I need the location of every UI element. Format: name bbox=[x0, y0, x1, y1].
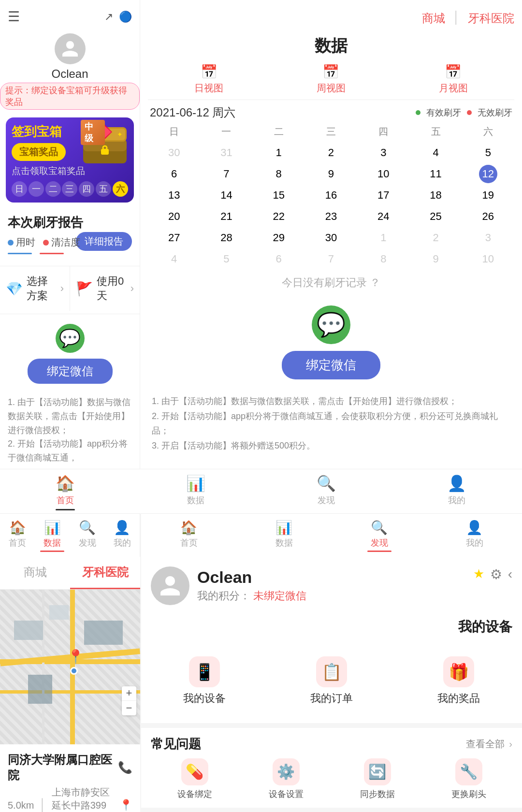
hospital-map-pin-0[interactable]: 📍 bbox=[119, 799, 132, 812]
cal-day-w3-4[interactable]: 24 bbox=[374, 207, 392, 226]
cal-day-w0-4[interactable]: 3 bbox=[374, 144, 392, 162]
tab-day[interactable]: 📅 日视图 bbox=[194, 64, 223, 95]
faq-view-all[interactable]: 查看全部 › bbox=[466, 738, 512, 751]
nav-item-discover[interactable]: 🔍 发现 bbox=[261, 474, 392, 510]
cal-day-w2-1[interactable]: 14 bbox=[217, 186, 235, 204]
cal-day-w3-1[interactable]: 21 bbox=[217, 207, 235, 226]
cal-day-w5-4[interactable]: 8 bbox=[374, 250, 392, 268]
cal-day-w4-4[interactable]: 1 bbox=[374, 229, 392, 247]
cal-day-w0-3[interactable]: 2 bbox=[322, 144, 340, 162]
bluetooth-icon[interactable]: 🔵 bbox=[119, 11, 132, 23]
cal-day-w5-0[interactable]: 4 bbox=[165, 250, 183, 268]
cal-day-w0-1[interactable]: 31 bbox=[217, 144, 235, 162]
data-nav-data[interactable]: 📊 数据 bbox=[35, 518, 70, 554]
cal-day-w4-5[interactable]: 2 bbox=[427, 229, 445, 247]
dental-link[interactable]: 牙科医院 bbox=[468, 11, 514, 26]
tab-week[interactable]: 📅 周视图 bbox=[317, 64, 346, 95]
weekday-fri[interactable]: 五 bbox=[96, 181, 111, 197]
cal-day-w0-5[interactable]: 4 bbox=[427, 144, 445, 162]
cal-day-w1-5[interactable]: 11 bbox=[427, 165, 445, 183]
disc-nav-home[interactable]: 🏠 首页 bbox=[141, 518, 236, 554]
cal-day-w5-5[interactable]: 9 bbox=[427, 250, 445, 268]
cal-day-w3-3[interactable]: 23 bbox=[322, 207, 340, 226]
cal-day-w4-1[interactable]: 28 bbox=[217, 229, 235, 247]
cal-day-w3-5[interactable]: 25 bbox=[427, 207, 445, 226]
cal-day-w2-6[interactable]: 19 bbox=[479, 186, 497, 204]
disc-nav-discover[interactable]: 🔍 发现 bbox=[332, 518, 427, 554]
cal-day-w0-0[interactable]: 30 bbox=[165, 144, 183, 162]
cal-day-w1-3[interactable]: 9 bbox=[322, 165, 340, 183]
cal-day-w0-2[interactable]: 1 bbox=[270, 144, 288, 162]
cal-day-w3-0[interactable]: 20 bbox=[165, 207, 183, 226]
cal-day-w5-3[interactable]: 7 bbox=[322, 250, 340, 268]
cal-day-w1-1[interactable]: 7 bbox=[217, 165, 235, 183]
hospital-phone-0[interactable]: 📞 bbox=[118, 761, 132, 774]
data-nav-discover[interactable]: 🔍 发现 bbox=[70, 518, 105, 554]
favorite-star-icon[interactable]: ★ bbox=[473, 566, 484, 582]
cal-day-w1-0[interactable]: 6 bbox=[165, 165, 183, 183]
weekday-tue[interactable]: 二 bbox=[45, 181, 61, 197]
treasure-reward-btn[interactable]: 宝箱奖品 bbox=[12, 143, 66, 161]
weekday-sat[interactable]: 六 bbox=[113, 181, 128, 197]
map-zoom-out[interactable]: − bbox=[122, 701, 136, 715]
settings-gear-icon[interactable]: ⚙ bbox=[490, 566, 502, 582]
cal-day-w2-4[interactable]: 17 bbox=[374, 186, 392, 204]
action-my-reward[interactable]: 🎁 我的奖品 bbox=[395, 649, 522, 713]
faq-item-2[interactable]: 🔄 同步数据 bbox=[334, 758, 421, 800]
cal-day-w4-2[interactable]: 29 bbox=[270, 229, 288, 247]
cal-day-w1-6-today[interactable]: 12 bbox=[479, 165, 497, 183]
share-icon[interactable]: ↗ bbox=[104, 11, 113, 23]
hamburger-icon[interactable]: ☰ bbox=[8, 9, 20, 25]
cal-day-w2-5[interactable]: 18 bbox=[427, 186, 445, 204]
weekday-wed[interactable]: 三 bbox=[62, 181, 77, 197]
data-nav-home[interactable]: 🏠 首页 bbox=[0, 518, 35, 554]
map-tab-store[interactable]: 商城 bbox=[0, 557, 70, 589]
disc-nav-mine[interactable]: 👤 我的 bbox=[427, 518, 522, 554]
faq-item-1[interactable]: ⚙️ 设备设置 bbox=[242, 758, 330, 800]
detail-btn[interactable]: 详细报告 bbox=[76, 232, 132, 251]
profile-back-icon[interactable]: ‹ bbox=[508, 566, 512, 582]
cal-day-w0-6[interactable]: 5 bbox=[479, 144, 497, 162]
cal-day-w2-3[interactable]: 16 bbox=[322, 186, 340, 204]
cal-day-w4-6[interactable]: 3 bbox=[479, 229, 497, 247]
data-nav-mine[interactable]: 👤 我的 bbox=[105, 518, 140, 554]
cal-day-w4-3[interactable]: 30 bbox=[322, 229, 340, 247]
cal-day-w5-2[interactable]: 6 bbox=[270, 250, 288, 268]
faq-item-0[interactable]: 💊 设备绑定 bbox=[151, 758, 238, 800]
disc-nav-data[interactable]: 📊 数据 bbox=[236, 518, 332, 554]
cal-day-w3-2[interactable]: 22 bbox=[270, 207, 288, 226]
action-my-order[interactable]: 📋 我的订单 bbox=[268, 649, 395, 713]
hospital-sep-0: │ bbox=[39, 798, 46, 812]
cal-day-w2-2[interactable]: 15 bbox=[270, 186, 288, 204]
bind-wechat-btn[interactable]: 绑定微信 bbox=[28, 359, 113, 384]
nav-item-home[interactable]: 🏠 首页 bbox=[0, 474, 130, 510]
profile-points-link[interactable]: 未绑定微信 bbox=[253, 590, 306, 602]
faq-item-3[interactable]: 🔧 更换刷头 bbox=[425, 758, 512, 800]
plan-choose[interactable]: 💎 选择方案 › bbox=[0, 266, 70, 311]
store-link[interactable]: 商城 bbox=[422, 11, 445, 26]
treasure-click[interactable]: 点击领取宝箱奖品 bbox=[12, 165, 128, 177]
weekday-thu[interactable]: 四 bbox=[79, 181, 94, 197]
action-my-device[interactable]: 📱 我的设备 bbox=[141, 649, 268, 713]
cal-day-w5-6[interactable]: 10 bbox=[479, 250, 497, 268]
weekday-mon[interactable]: 一 bbox=[29, 181, 44, 197]
map-pin[interactable]: 📍 bbox=[67, 649, 84, 665]
cal-day-w1-2[interactable]: 8 bbox=[270, 165, 288, 183]
cal-day-w2-0[interactable]: 13 bbox=[165, 186, 183, 204]
cal-day-w5-1[interactable]: 5 bbox=[217, 250, 235, 268]
nav-item-mine[interactable]: 👤 我的 bbox=[392, 474, 522, 510]
weekday-sun[interactable]: 日 bbox=[12, 181, 27, 197]
map-tab-dental[interactable]: 牙科医院 bbox=[70, 557, 140, 589]
hospital-item-0[interactable]: 同济大学附属口腔医院 📞 5.0km │ 上海市静安区延长中路399号 📍 bbox=[0, 744, 140, 812]
nav-item-data[interactable]: 📊 数据 bbox=[130, 474, 261, 510]
plan-days[interactable]: 🚩 使用0天 › bbox=[70, 266, 140, 311]
bind-wechat-btn-right[interactable]: 绑定微信 bbox=[282, 351, 380, 379]
cal-day-w1-4[interactable]: 10 bbox=[374, 165, 392, 183]
tab-month[interactable]: 📅 月视图 bbox=[439, 64, 468, 95]
cal-day-w4-0[interactable]: 27 bbox=[165, 229, 183, 247]
map-container[interactable]: 📍 + − bbox=[0, 590, 140, 744]
map-zoom-in[interactable]: + bbox=[122, 686, 136, 701]
plan-row: 💎 选择方案 › 🚩 使用0天 › bbox=[0, 266, 140, 311]
tab-month-icon: 📅 bbox=[445, 64, 462, 80]
cal-day-w3-6[interactable]: 26 bbox=[479, 207, 497, 226]
